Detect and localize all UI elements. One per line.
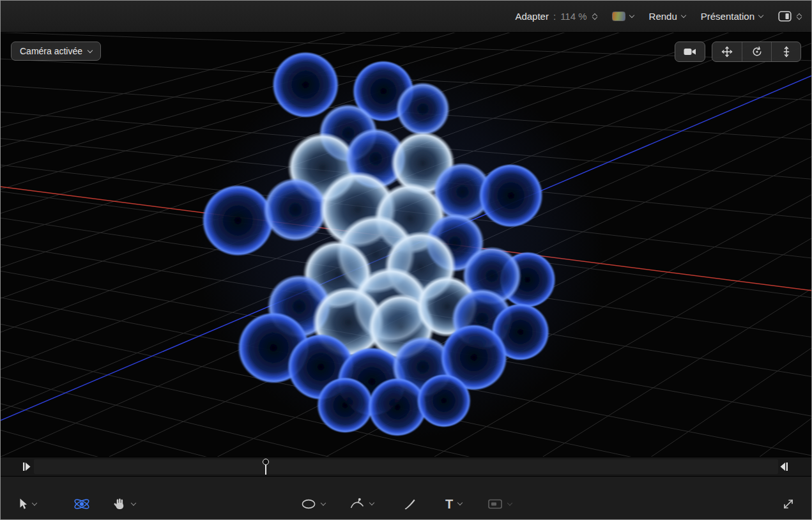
stepper-icon[interactable]: [593, 14, 597, 19]
chevron-down-icon: [32, 500, 37, 505]
zoom-label: Adapter: [515, 11, 549, 22]
chevron-down-icon: [507, 500, 512, 505]
dolly-camera-button[interactable]: [771, 42, 801, 61]
chevron-down-icon: [629, 12, 634, 17]
playhead-stem: [265, 464, 266, 475]
timeline-out-marker[interactable]: [779, 462, 788, 474]
orbit-camera-icon: [751, 45, 763, 58]
hand-tool[interactable]: [113, 498, 135, 511]
select-arrow-icon: [19, 498, 27, 510]
camera-button[interactable]: [675, 42, 705, 61]
channels-popup[interactable]: [612, 11, 634, 21]
chevron-down-icon: [369, 500, 374, 505]
stepper-icon[interactable]: [797, 14, 801, 19]
camera-status-button[interactable]: Caméra activée: [11, 42, 101, 61]
select-tool[interactable]: [19, 498, 36, 510]
canvas-toolbar: Adapter : 114 % Rendu Présentation: [1, 1, 811, 33]
bezier-tool[interactable]: [349, 498, 374, 510]
zoom-separator: :: [553, 11, 556, 22]
chevron-down-icon: [457, 500, 463, 505]
chevron-down-icon: [131, 500, 136, 505]
chevron-down-icon: [88, 47, 93, 52]
mini-timeline[interactable]: [1, 457, 811, 476]
render-label: Rendu: [649, 11, 677, 22]
camera-toggle-group: [675, 42, 705, 62]
pan-camera-icon: [721, 45, 733, 58]
transform-3d-icon: [72, 495, 91, 513]
playhead[interactable]: [261, 459, 270, 475]
timeline-in-marker[interactable]: [22, 462, 31, 474]
transform-3d-tool[interactable]: [72, 495, 91, 513]
chevron-down-icon: [321, 500, 326, 505]
chevron-down-icon: [758, 12, 763, 17]
render-popup[interactable]: Rendu: [649, 11, 686, 22]
hand-pan-icon: [113, 498, 126, 511]
orbit-camera-button[interactable]: [742, 42, 771, 61]
shape-tool[interactable]: [301, 499, 325, 510]
paint-stroke-icon: [403, 498, 416, 510]
image-mask-tool[interactable]: [487, 499, 512, 510]
zoom-control[interactable]: Adapter : 114 %: [515, 11, 596, 22]
view-popup[interactable]: Présentation: [701, 11, 763, 22]
bezier-icon: [349, 498, 365, 510]
expand-icon: [782, 498, 795, 510]
tool-bar: T: [1, 476, 811, 519]
timeline-track[interactable]: [34, 459, 778, 474]
dolly-camera-icon: [780, 45, 793, 58]
oval-shape-icon: [301, 499, 316, 510]
color-channels-icon: [612, 11, 625, 21]
camera-icon: [683, 47, 697, 57]
pan-camera-button[interactable]: [712, 42, 742, 61]
text-tool[interactable]: T: [445, 498, 462, 510]
camera-status-label: Caméra activée: [20, 46, 82, 56]
view-label: Présentation: [701, 11, 755, 22]
window-layout-control[interactable]: [778, 11, 801, 22]
image-rect-icon: [487, 499, 503, 510]
window-layout-icon: [778, 11, 792, 22]
canvas-viewport[interactable]: Caméra activée: [1, 33, 811, 457]
expand-timing-button[interactable]: [782, 498, 795, 510]
chevron-down-icon: [681, 12, 686, 17]
zoom-value: 114 %: [560, 11, 586, 22]
text-tool-icon: T: [445, 498, 453, 510]
camera-move-group: [712, 42, 801, 62]
camera-controls: [675, 42, 801, 62]
motion-window: Adapter : 114 % Rendu Présentation: [0, 0, 812, 520]
paint-stroke-tool[interactable]: [403, 498, 416, 510]
3d-scene[interactable]: [1, 33, 811, 457]
